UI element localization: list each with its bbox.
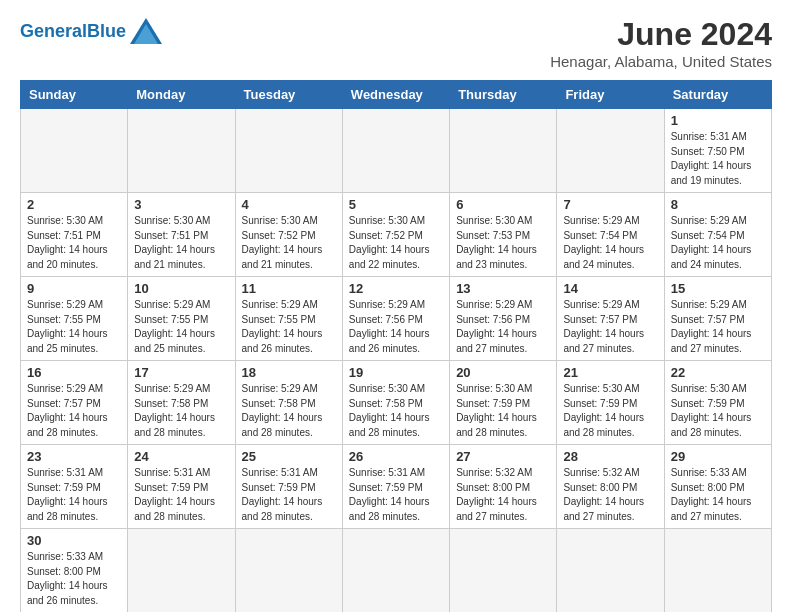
calendar-day-cell: 24Sunrise: 5:31 AM Sunset: 7:59 PM Dayli… bbox=[128, 445, 235, 529]
day-info: Sunrise: 5:31 AM Sunset: 7:59 PM Dayligh… bbox=[349, 466, 443, 524]
day-of-week-header: Thursday bbox=[450, 81, 557, 109]
calendar-day-cell: 27Sunrise: 5:32 AM Sunset: 8:00 PM Dayli… bbox=[450, 445, 557, 529]
day-info: Sunrise: 5:30 AM Sunset: 7:51 PM Dayligh… bbox=[27, 214, 121, 272]
calendar-day-cell bbox=[342, 529, 449, 613]
day-number: 1 bbox=[671, 113, 765, 128]
day-info: Sunrise: 5:30 AM Sunset: 7:51 PM Dayligh… bbox=[134, 214, 228, 272]
day-number: 28 bbox=[563, 449, 657, 464]
day-info: Sunrise: 5:31 AM Sunset: 7:59 PM Dayligh… bbox=[27, 466, 121, 524]
calendar-day-cell: 26Sunrise: 5:31 AM Sunset: 7:59 PM Dayli… bbox=[342, 445, 449, 529]
calendar-day-cell: 15Sunrise: 5:29 AM Sunset: 7:57 PM Dayli… bbox=[664, 277, 771, 361]
calendar-week-row: 9Sunrise: 5:29 AM Sunset: 7:55 PM Daylig… bbox=[21, 277, 772, 361]
calendar-day-cell: 2Sunrise: 5:30 AM Sunset: 7:51 PM Daylig… bbox=[21, 193, 128, 277]
calendar-day-cell: 21Sunrise: 5:30 AM Sunset: 7:59 PM Dayli… bbox=[557, 361, 664, 445]
day-of-week-header: Friday bbox=[557, 81, 664, 109]
calendar-day-cell: 16Sunrise: 5:29 AM Sunset: 7:57 PM Dayli… bbox=[21, 361, 128, 445]
calendar-day-cell: 28Sunrise: 5:32 AM Sunset: 8:00 PM Dayli… bbox=[557, 445, 664, 529]
calendar-week-row: 23Sunrise: 5:31 AM Sunset: 7:59 PM Dayli… bbox=[21, 445, 772, 529]
day-of-week-header: Tuesday bbox=[235, 81, 342, 109]
day-info: Sunrise: 5:29 AM Sunset: 7:58 PM Dayligh… bbox=[134, 382, 228, 440]
title-block: June 2024 Henagar, Alabama, United State… bbox=[550, 16, 772, 70]
day-number: 25 bbox=[242, 449, 336, 464]
day-number: 16 bbox=[27, 365, 121, 380]
day-of-week-header: Sunday bbox=[21, 81, 128, 109]
calendar-day-cell bbox=[235, 529, 342, 613]
day-number: 9 bbox=[27, 281, 121, 296]
calendar-day-cell bbox=[128, 529, 235, 613]
day-number: 11 bbox=[242, 281, 336, 296]
day-number: 10 bbox=[134, 281, 228, 296]
day-number: 15 bbox=[671, 281, 765, 296]
day-info: Sunrise: 5:32 AM Sunset: 8:00 PM Dayligh… bbox=[563, 466, 657, 524]
day-number: 29 bbox=[671, 449, 765, 464]
calendar-day-cell bbox=[128, 109, 235, 193]
day-number: 30 bbox=[27, 533, 121, 548]
calendar-day-cell: 25Sunrise: 5:31 AM Sunset: 7:59 PM Dayli… bbox=[235, 445, 342, 529]
calendar-day-cell bbox=[557, 109, 664, 193]
logo-icon bbox=[128, 16, 164, 46]
calendar-day-cell bbox=[664, 529, 771, 613]
day-number: 18 bbox=[242, 365, 336, 380]
calendar-day-cell: 19Sunrise: 5:30 AM Sunset: 7:58 PM Dayli… bbox=[342, 361, 449, 445]
day-number: 13 bbox=[456, 281, 550, 296]
day-number: 3 bbox=[134, 197, 228, 212]
day-of-week-header: Wednesday bbox=[342, 81, 449, 109]
day-info: Sunrise: 5:30 AM Sunset: 7:59 PM Dayligh… bbox=[563, 382, 657, 440]
day-number: 23 bbox=[27, 449, 121, 464]
day-number: 22 bbox=[671, 365, 765, 380]
calendar-day-cell bbox=[557, 529, 664, 613]
day-number: 6 bbox=[456, 197, 550, 212]
calendar-week-row: 2Sunrise: 5:30 AM Sunset: 7:51 PM Daylig… bbox=[21, 193, 772, 277]
day-info: Sunrise: 5:29 AM Sunset: 7:54 PM Dayligh… bbox=[671, 214, 765, 272]
day-info: Sunrise: 5:30 AM Sunset: 7:52 PM Dayligh… bbox=[242, 214, 336, 272]
day-info: Sunrise: 5:29 AM Sunset: 7:57 PM Dayligh… bbox=[27, 382, 121, 440]
calendar-day-cell: 17Sunrise: 5:29 AM Sunset: 7:58 PM Dayli… bbox=[128, 361, 235, 445]
day-number: 20 bbox=[456, 365, 550, 380]
calendar-day-cell: 6Sunrise: 5:30 AM Sunset: 7:53 PM Daylig… bbox=[450, 193, 557, 277]
page-header: GeneralBlue June 2024 Henagar, Alabama, … bbox=[20, 16, 772, 70]
calendar-day-cell: 9Sunrise: 5:29 AM Sunset: 7:55 PM Daylig… bbox=[21, 277, 128, 361]
calendar-day-cell: 7Sunrise: 5:29 AM Sunset: 7:54 PM Daylig… bbox=[557, 193, 664, 277]
logo-text: GeneralBlue bbox=[20, 21, 126, 42]
day-number: 12 bbox=[349, 281, 443, 296]
calendar-day-cell: 10Sunrise: 5:29 AM Sunset: 7:55 PM Dayli… bbox=[128, 277, 235, 361]
day-number: 26 bbox=[349, 449, 443, 464]
day-info: Sunrise: 5:31 AM Sunset: 7:59 PM Dayligh… bbox=[242, 466, 336, 524]
calendar-day-cell: 3Sunrise: 5:30 AM Sunset: 7:51 PM Daylig… bbox=[128, 193, 235, 277]
calendar-day-cell: 20Sunrise: 5:30 AM Sunset: 7:59 PM Dayli… bbox=[450, 361, 557, 445]
day-info: Sunrise: 5:30 AM Sunset: 7:53 PM Dayligh… bbox=[456, 214, 550, 272]
day-info: Sunrise: 5:30 AM Sunset: 7:59 PM Dayligh… bbox=[671, 382, 765, 440]
logo-blue: Blue bbox=[87, 21, 126, 41]
calendar-day-cell: 5Sunrise: 5:30 AM Sunset: 7:52 PM Daylig… bbox=[342, 193, 449, 277]
day-number: 27 bbox=[456, 449, 550, 464]
day-info: Sunrise: 5:29 AM Sunset: 7:58 PM Dayligh… bbox=[242, 382, 336, 440]
day-number: 4 bbox=[242, 197, 336, 212]
calendar-week-row: 30Sunrise: 5:33 AM Sunset: 8:00 PM Dayli… bbox=[21, 529, 772, 613]
day-info: Sunrise: 5:29 AM Sunset: 7:56 PM Dayligh… bbox=[349, 298, 443, 356]
day-info: Sunrise: 5:29 AM Sunset: 7:56 PM Dayligh… bbox=[456, 298, 550, 356]
day-number: 21 bbox=[563, 365, 657, 380]
calendar-day-cell: 1Sunrise: 5:31 AM Sunset: 7:50 PM Daylig… bbox=[664, 109, 771, 193]
calendar-day-cell: 14Sunrise: 5:29 AM Sunset: 7:57 PM Dayli… bbox=[557, 277, 664, 361]
day-info: Sunrise: 5:32 AM Sunset: 8:00 PM Dayligh… bbox=[456, 466, 550, 524]
day-info: Sunrise: 5:29 AM Sunset: 7:54 PM Dayligh… bbox=[563, 214, 657, 272]
calendar-day-cell bbox=[450, 529, 557, 613]
calendar-day-cell: 13Sunrise: 5:29 AM Sunset: 7:56 PM Dayli… bbox=[450, 277, 557, 361]
calendar-week-row: 1Sunrise: 5:31 AM Sunset: 7:50 PM Daylig… bbox=[21, 109, 772, 193]
day-info: Sunrise: 5:29 AM Sunset: 7:57 PM Dayligh… bbox=[563, 298, 657, 356]
calendar-day-cell bbox=[21, 109, 128, 193]
calendar-week-row: 16Sunrise: 5:29 AM Sunset: 7:57 PM Dayli… bbox=[21, 361, 772, 445]
day-number: 8 bbox=[671, 197, 765, 212]
month-title: June 2024 bbox=[550, 16, 772, 53]
day-info: Sunrise: 5:29 AM Sunset: 7:55 PM Dayligh… bbox=[242, 298, 336, 356]
day-info: Sunrise: 5:30 AM Sunset: 7:58 PM Dayligh… bbox=[349, 382, 443, 440]
calendar-day-cell: 18Sunrise: 5:29 AM Sunset: 7:58 PM Dayli… bbox=[235, 361, 342, 445]
calendar-header-row: SundayMondayTuesdayWednesdayThursdayFrid… bbox=[21, 81, 772, 109]
calendar-day-cell: 23Sunrise: 5:31 AM Sunset: 7:59 PM Dayli… bbox=[21, 445, 128, 529]
day-info: Sunrise: 5:29 AM Sunset: 7:55 PM Dayligh… bbox=[27, 298, 121, 356]
day-number: 2 bbox=[27, 197, 121, 212]
calendar-day-cell: 8Sunrise: 5:29 AM Sunset: 7:54 PM Daylig… bbox=[664, 193, 771, 277]
day-number: 14 bbox=[563, 281, 657, 296]
calendar-day-cell: 4Sunrise: 5:30 AM Sunset: 7:52 PM Daylig… bbox=[235, 193, 342, 277]
day-number: 5 bbox=[349, 197, 443, 212]
